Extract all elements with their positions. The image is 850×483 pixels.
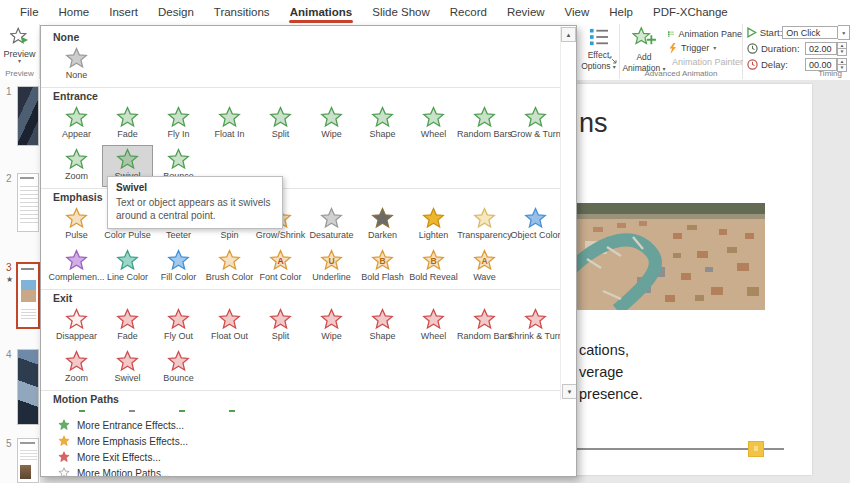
- gallery-scrollbar[interactable]: ▲ ▼: [560, 26, 576, 400]
- animation-entrance-fly-in[interactable]: Fly In: [153, 103, 204, 145]
- scroll-down-icon[interactable]: ▼: [562, 384, 577, 399]
- animation-exit-wheel[interactable]: Wheel: [408, 305, 459, 347]
- menu-tab-record[interactable]: Record: [440, 0, 497, 24]
- animation-emphasis-underline[interactable]: UUnderline: [306, 246, 357, 288]
- animation-exit-swivel[interactable]: Swivel: [102, 347, 153, 389]
- desaturate-star-icon: [320, 207, 343, 230]
- dialog-launcher-icon[interactable]: [609, 50, 617, 68]
- split-star-icon: [269, 308, 292, 331]
- animation-indicator-star-icon: ★: [6, 275, 13, 284]
- animation-emphasis-bold-reveal[interactable]: BBold Reveal: [408, 246, 459, 288]
- animation-pane-icon: [668, 29, 674, 39]
- animation-emphasis-lighten[interactable]: Lighten: [408, 204, 459, 246]
- animation-exit-shape[interactable]: Shape: [357, 305, 408, 347]
- menu-item-label: More Exit Effects...: [77, 452, 161, 463]
- animation-emphasis-line-color[interactable]: Line Color: [102, 246, 153, 288]
- animation-emphasis-complemen[interactable]: Complemen...: [51, 246, 102, 288]
- animation-exit-wipe[interactable]: Wipe: [306, 305, 357, 347]
- complemen-star-icon: [65, 249, 88, 272]
- animation-emphasis-font-color[interactable]: AFont Color: [255, 246, 306, 288]
- animation-exit-disappear[interactable]: Disappear: [51, 305, 102, 347]
- selection-handle[interactable]: [748, 441, 764, 457]
- menu-tab-slide-show[interactable]: Slide Show: [362, 0, 440, 24]
- animation-emphasis-pulse[interactable]: Pulse: [51, 204, 102, 246]
- delay-label: Delay:: [761, 59, 788, 70]
- menu-tab-pdf-xchange[interactable]: PDF-XChange: [643, 0, 738, 24]
- menu-item-more-exit-effects[interactable]: More Exit Effects...: [51, 449, 560, 465]
- menu-tab-animations[interactable]: Animations: [280, 0, 363, 24]
- slide-thumbnail-3[interactable]: [16, 262, 40, 329]
- menu-item-more-entrance-effects[interactable]: More Entrance Effects...: [51, 417, 560, 433]
- none-star-icon: [65, 47, 88, 70]
- trigger-button[interactable]: Trigger ▾: [668, 41, 742, 55]
- menu-tab-help[interactable]: Help: [599, 0, 643, 24]
- animation-entrance-fade[interactable]: Fade: [102, 103, 153, 145]
- menu-tab-transitions[interactable]: Transitions: [204, 0, 280, 24]
- swivel-star-icon: [116, 148, 139, 171]
- slide-thumbnail-1[interactable]: [17, 86, 39, 146]
- menu-item-more-emphasis-effects[interactable]: More Emphasis Effects...: [51, 433, 560, 449]
- menu-tab-file[interactable]: File: [10, 0, 49, 24]
- animation-entrance-zoom[interactable]: Zoom: [51, 145, 102, 187]
- animation-exit-fly-out[interactable]: Fly Out: [153, 305, 204, 347]
- animation-entrance-wheel[interactable]: Wheel: [408, 103, 459, 145]
- animation-entrance-shape[interactable]: Shape: [357, 103, 408, 145]
- animation-none-none[interactable]: None: [51, 44, 102, 86]
- duration-spinner[interactable]: ▲▼: [837, 42, 847, 56]
- shape-star-icon: [371, 106, 394, 129]
- svg-text:A: A: [277, 256, 283, 266]
- menu-tab-view[interactable]: View: [555, 0, 600, 24]
- animation-label: Fade: [117, 129, 138, 139]
- effect-options-label-2: Options: [581, 61, 610, 71]
- animation-emphasis-brush-color[interactable]: Brush Color: [204, 246, 255, 288]
- animation-exit-fade[interactable]: Fade: [102, 305, 153, 347]
- animation-exit-split[interactable]: Split: [255, 305, 306, 347]
- delay-value: 00.00: [809, 60, 832, 70]
- animation-pane-button[interactable]: Animation Pane: [668, 27, 742, 41]
- animation-exit-float-out[interactable]: Float Out: [204, 305, 255, 347]
- slide-city-photo[interactable]: [577, 203, 765, 310]
- preview-group-label: Preview: [0, 69, 39, 78]
- add-animation-button[interactable]: Add Animation ▾: [622, 26, 666, 73]
- animation-entrance-grow-turn[interactable]: Grow & Turn: [510, 103, 560, 145]
- menu-tab-review[interactable]: Review: [497, 0, 555, 24]
- animation-label: Disappear: [56, 331, 97, 341]
- animation-entrance-wipe[interactable]: Wipe: [306, 103, 357, 145]
- animation-entrance-random-bars[interactable]: Random Bars: [459, 103, 510, 145]
- animation-emphasis-desaturate[interactable]: Desaturate: [306, 204, 357, 246]
- animation-emphasis-darken[interactable]: Darken: [357, 204, 408, 246]
- slide-thumbnail-5[interactable]: [17, 438, 39, 483]
- menu-tab-insert[interactable]: Insert: [99, 0, 148, 24]
- menu-item-more-motion-paths[interactable]: More Motion Paths...: [51, 465, 560, 476]
- animation-label: Split: [272, 129, 290, 139]
- start-dropdown-caret-icon[interactable]: ▼: [838, 25, 850, 40]
- animation-entrance-split[interactable]: Split: [255, 103, 306, 145]
- menu-tab-home[interactable]: Home: [49, 0, 100, 24]
- more-exit-effects-star-icon: [58, 451, 70, 463]
- animation-exit-zoom[interactable]: Zoom: [51, 347, 102, 389]
- animation-exit-bounce[interactable]: Bounce: [153, 347, 204, 389]
- menu-tab-design[interactable]: Design: [148, 0, 204, 24]
- animation-label: Bounce: [163, 373, 194, 383]
- animation-label: Wipe: [321, 331, 342, 341]
- menu-bar: FileHomeInsertDesignTransitionsAnimation…: [0, 0, 850, 24]
- animation-exit-random-bars[interactable]: Random Bars: [459, 305, 510, 347]
- float-in-star-icon: [218, 106, 241, 129]
- animation-emphasis-transparency[interactable]: Transparency: [459, 204, 510, 246]
- animation-entrance-float-in[interactable]: Float In: [204, 103, 255, 145]
- animation-entrance-appear[interactable]: Appear: [51, 103, 102, 145]
- animation-emphasis-object-color[interactable]: Object Color: [510, 204, 560, 246]
- start-dropdown[interactable]: On Click: [782, 26, 838, 39]
- animation-emphasis-fill-color[interactable]: Fill Color: [153, 246, 204, 288]
- animation-exit-shrink-turn[interactable]: Shrink & Turn: [510, 305, 560, 347]
- scroll-up-icon[interactable]: ▲: [561, 27, 576, 42]
- preview-button[interactable]: Preview ▾: [0, 24, 39, 64]
- slide-thumbnail-4[interactable]: [17, 349, 39, 425]
- slide-thumbnail-2[interactable]: [17, 173, 39, 232]
- pulse-star-icon: [65, 207, 88, 230]
- animation-emphasis-bold-flash[interactable]: BBold Flash: [357, 246, 408, 288]
- animation-label: Font Color: [259, 272, 301, 282]
- random-bars-star-icon: [473, 106, 496, 129]
- animation-emphasis-wave[interactable]: AWave: [459, 246, 510, 288]
- duration-input[interactable]: 02.00: [805, 42, 837, 55]
